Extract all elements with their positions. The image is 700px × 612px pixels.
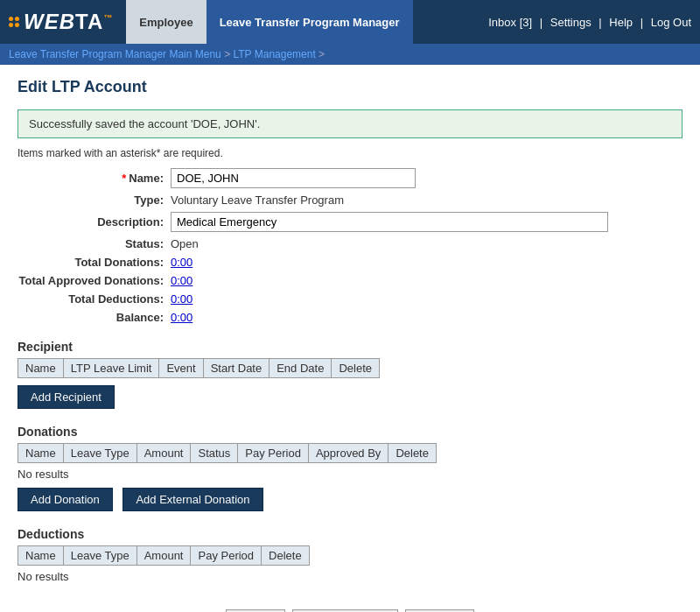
deductions-col-leave-type: Leave Type (63, 546, 136, 566)
breadcrumb-trailing: > (318, 48, 325, 60)
status-row: Status: Open (18, 237, 682, 250)
deductions-col-amount: Amount (136, 546, 191, 566)
logout-link[interactable]: Log Out (651, 16, 691, 29)
settings-link[interactable]: Settings (550, 16, 592, 29)
breadcrumb-ltpm[interactable]: Leave Transfer Program Manager Main Menu (9, 48, 221, 60)
total-donations-label: Total Donations: (18, 256, 171, 269)
main-content: Edit LTP Account Successfully saved the … (0, 65, 700, 612)
status-value: Open (171, 237, 199, 250)
page-title: Edit LTP Account (18, 78, 682, 96)
donations-table: Name Leave Type Amount Status Pay Period… (18, 443, 437, 463)
donations-col-leave-type: Leave Type (63, 444, 136, 463)
breadcrumb-ltp-mgmt[interactable]: LTP Management (233, 48, 315, 60)
total-deductions-value[interactable]: 0:00 (171, 292, 192, 306)
name-input[interactable] (171, 168, 416, 188)
recipient-btn-row: Add Recipient (18, 385, 682, 409)
recipient-title: Recipient (18, 340, 682, 354)
donations-col-status: Status (191, 444, 238, 463)
deductions-col-name: Name (18, 546, 64, 566)
total-donations-value[interactable]: 0:00 (171, 256, 192, 269)
logo: WEBTA™ (9, 10, 113, 34)
total-donations-row: Total Donations: 0:00 (18, 256, 682, 269)
recipient-col-event: Event (159, 359, 203, 378)
donations-col-name: Name (18, 444, 64, 463)
nav-tabs: Employee Leave Transfer Program Manager (126, 0, 412, 44)
deductions-section: Deductions Name Leave Type Amount Pay Pe… (18, 527, 682, 583)
donations-title: Donations (18, 425, 682, 439)
name-row: *Name: (18, 168, 682, 188)
logo-dot (9, 17, 13, 21)
logo-dot (15, 17, 19, 21)
recipient-col-end-date: End Date (270, 359, 332, 378)
deductions-no-results: No results (18, 570, 682, 583)
recipient-table: Name LTP Leave Limit Event Start Date En… (18, 358, 380, 378)
add-recipient-button[interactable]: Add Recipient (18, 385, 115, 409)
logo-dot (9, 23, 13, 27)
deductions-col-delete: Delete (262, 546, 310, 566)
status-label: Status: (18, 237, 171, 250)
total-deductions-row: Total Deductions: 0:00 (18, 292, 682, 306)
logo-dot (15, 23, 19, 27)
total-approved-label: Total Approved Donations: (18, 274, 171, 287)
deductions-title: Deductions (18, 527, 682, 541)
separator: | (598, 16, 605, 29)
description-label: Description: (18, 215, 171, 229)
deductions-table: Name Leave Type Amount Pay Period Delete (18, 545, 310, 566)
total-approved-value[interactable]: 0:00 (171, 274, 192, 287)
recipient-col-name: Name (18, 359, 64, 378)
donations-btn-row: Add Donation Add External Donation (18, 488, 682, 511)
recipient-section: Recipient Name LTP Leave Limit Event Sta… (18, 340, 682, 409)
type-value: Voluntary Leave Transfer Program (171, 193, 344, 207)
type-label: Type: (18, 193, 171, 207)
recipient-col-start-date: Start Date (203, 359, 270, 378)
tab-ltpm[interactable]: Leave Transfer Program Manager (206, 0, 413, 44)
required-note: Items marked with an asterisk* are requi… (18, 147, 682, 159)
donations-col-approved-by: Approved By (308, 444, 388, 463)
name-label: *Name: (18, 172, 171, 185)
add-external-donation-button[interactable]: Add External Donation (122, 488, 262, 511)
separator: | (540, 16, 546, 29)
deductions-header-row: Name Leave Type Amount Pay Period Delete (18, 546, 310, 566)
tab-employee[interactable]: Employee (126, 0, 206, 44)
type-row: Type: Voluntary Leave Transfer Program (18, 193, 682, 207)
description-input[interactable] (171, 212, 608, 232)
total-deductions-label: Total Deductions: (18, 292, 171, 306)
balance-row: Balance: 0:00 (18, 311, 682, 324)
balance-value[interactable]: 0:00 (171, 311, 192, 324)
donations-col-delete: Delete (388, 444, 437, 463)
breadcrumb-sep: > (224, 48, 233, 60)
total-approved-row: Total Approved Donations: 0:00 (18, 274, 682, 287)
logo-tm: ™ (103, 13, 113, 23)
deductions-col-pay-period: Pay Period (191, 546, 262, 566)
help-link[interactable]: Help (609, 16, 633, 29)
recipient-col-delete: Delete (332, 359, 380, 378)
donations-col-amount: Amount (136, 444, 191, 463)
donations-section: Donations Name Leave Type Amount Status … (18, 425, 682, 511)
add-donation-button[interactable]: Add Donation (18, 488, 113, 511)
recipient-col-ltp-leave-limit: LTP Leave Limit (63, 359, 159, 378)
description-row: Description: (18, 212, 682, 232)
inbox-link[interactable]: Inbox [3] (488, 16, 532, 29)
logo-dots (9, 17, 19, 27)
breadcrumb: Leave Transfer Program Manager Main Menu… (0, 44, 700, 65)
separator: | (640, 16, 647, 29)
logo-text: WEBTA™ (24, 10, 113, 34)
header-right: Inbox [3] | Settings | Help | Log Out (488, 16, 691, 29)
header: WEBTA™ Employee Leave Transfer Program M… (0, 0, 700, 44)
balance-label: Balance: (18, 311, 171, 324)
donations-header-row: Name Leave Type Amount Status Pay Period… (18, 444, 437, 463)
donations-col-pay-period: Pay Period (238, 444, 309, 463)
recipient-header-row: Name LTP Leave Limit Event Start Date En… (18, 359, 380, 378)
success-message: Successfully saved the account 'DOE, JOH… (18, 109, 682, 138)
donations-no-results: No results (18, 468, 682, 481)
required-asterisk: * (122, 172, 126, 185)
